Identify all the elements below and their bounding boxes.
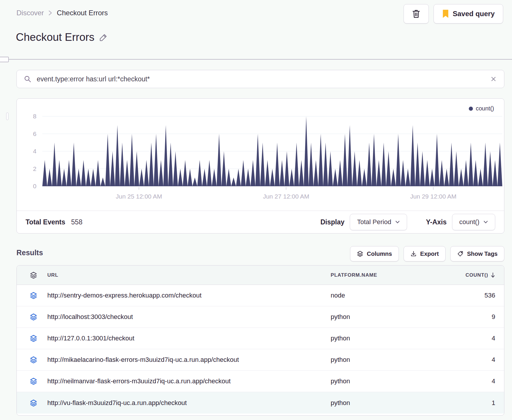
column-header-platform[interactable]: PLATFORM.NAME [331,272,428,278]
events-chart[interactable]: 02468Jun 25 12:00 AMJun 27 12:00 AMJun 2… [17,109,505,206]
column-header-url[interactable]: URL [47,272,331,278]
edit-pencil-icon[interactable] [99,33,108,42]
row-count: 4 [428,335,495,342]
show-tags-label: Show Tags [467,251,498,257]
yaxis-select[interactable]: count() [452,214,495,230]
saved-query-button[interactable]: Saved query [434,4,503,23]
results-table: URL PLATFORM.NAME COUNT() http://sentry-… [16,265,504,416]
chart-controls: Display Total Period Y-Axis count() [320,214,495,230]
stack-icon[interactable] [28,356,39,364]
tag-icon [457,251,464,257]
row-url[interactable]: http://sentry-demos-express.herokuapp.co… [47,292,331,299]
header-actions: Saved query [404,4,503,23]
row-count: 4 [428,356,495,364]
columns-button[interactable]: Columns [350,246,399,261]
export-button[interactable]: Export [404,246,446,261]
row-url[interactable]: http://localhost:3003/checkout [47,313,331,321]
chevron-down-icon [483,221,488,224]
display-select[interactable]: Total Period [350,214,407,230]
stack-icon [357,251,363,257]
chevron-right-icon [48,9,53,16]
search-icon [24,75,31,83]
table-row[interactable]: http://127.0.0.1:3001/checkout python 4 [17,328,504,349]
sort-descending-icon [491,272,495,278]
row-platform: node [331,292,428,299]
svg-text:2: 2 [33,165,36,172]
table-body: http://sentry-demos-express.herokuapp.co… [17,285,504,414]
saved-query-label: Saved query [453,10,495,18]
results-heading: Results [16,248,43,257]
table-header-row: URL PLATFORM.NAME COUNT() [17,266,504,285]
row-platform: python [331,399,428,407]
download-icon [410,251,417,257]
yaxis-value: count() [459,218,479,226]
svg-text:4: 4 [33,148,36,154]
query-title: Checkout Errors [16,31,94,43]
total-events-label: Total Events [26,218,65,226]
stack-icon[interactable] [28,377,39,385]
row-platform: python [331,377,428,385]
export-label: Export [420,251,439,257]
search-bar[interactable]: event.type:error has:url url:*checkout* [16,70,504,88]
total-events-value: 558 [71,218,82,226]
chevron-down-icon [395,221,400,224]
total-events: Total Events 558 [26,218,82,226]
row-platform: python [331,356,428,364]
edge-drag-handle[interactable] [6,112,9,120]
table-row[interactable]: http://localhost:3003/checkout python 9 [17,306,504,328]
svg-text:Jun 25 12:00 AM: Jun 25 12:00 AM [116,193,162,200]
yaxis-label: Y-Axis [426,218,446,226]
delete-query-button[interactable] [404,4,429,23]
svg-text:Jun 27 12:00 AM: Jun 27 12:00 AM [263,193,309,200]
row-url[interactable]: http://neilmanvar-flask-errors-m3uuizd7i… [47,377,331,385]
results-actions: Columns Export Show T [350,246,504,261]
display-label: Display [320,218,344,226]
svg-text:0: 0 [33,183,36,189]
clear-search-icon[interactable] [490,75,497,83]
trash-icon [412,9,421,19]
breadcrumb: Discover Checkout Errors [16,9,108,17]
columns-label: Columns [367,251,392,257]
stack-icon[interactable] [28,313,39,321]
row-url[interactable]: http://vu-flask-m3uuizd7iq-uc.a.run.app/… [47,399,331,407]
table-row[interactable]: http://mikaelacarino-flask-errors-m3uuiz… [17,349,504,371]
bookmark-icon [442,9,449,18]
show-tags-button[interactable]: Show Tags [450,246,504,261]
svg-text:8: 8 [33,113,36,120]
row-count: 536 [428,292,495,299]
breadcrumb-current: Checkout Errors [57,9,108,17]
column-header-count[interactable]: COUNT() [428,272,495,278]
breadcrumb-discover-link[interactable]: Discover [16,9,44,17]
row-platform: python [331,313,428,321]
row-count: 4 [428,377,495,385]
table-row[interactable]: http://neilmanvar-flask-errors-m3uuizd7i… [17,371,504,392]
display-value: Total Period [357,218,391,226]
stack-icon[interactable] [28,271,39,279]
svg-text:Jun 29 12:00 AM: Jun 29 12:00 AM [410,193,456,200]
stack-icon[interactable] [28,335,39,342]
events-chart-panel: count() 02468Jun 25 12:00 AMJun 27 12:00… [16,98,504,233]
edge-tab-handle [0,57,9,62]
discover-page: Discover Checkout Errors Saved q [0,0,512,420]
row-url[interactable]: http://127.0.0.1:3001/checkout [47,335,331,342]
page-title: Checkout Errors [16,31,108,43]
chart-footer: Total Events 558 Display Total Period Y-… [17,211,504,233]
row-count: 1 [428,399,495,407]
row-count: 9 [428,313,495,321]
row-url[interactable]: http://mikaelacarino-flask-errors-m3uuiz… [47,356,331,364]
table-row[interactable]: http://sentry-demos-express.herokuapp.co… [17,285,504,306]
stack-icon[interactable] [28,399,39,407]
stack-icon[interactable] [28,292,39,299]
row-platform: python [331,335,428,342]
search-query-input[interactable]: event.type:error has:url url:*checkout* [37,75,485,83]
svg-text:6: 6 [33,130,36,137]
table-row[interactable]: http://vu-flask-m3uuizd7iq-uc.a.run.app/… [17,392,504,414]
header-divider [0,59,512,60]
